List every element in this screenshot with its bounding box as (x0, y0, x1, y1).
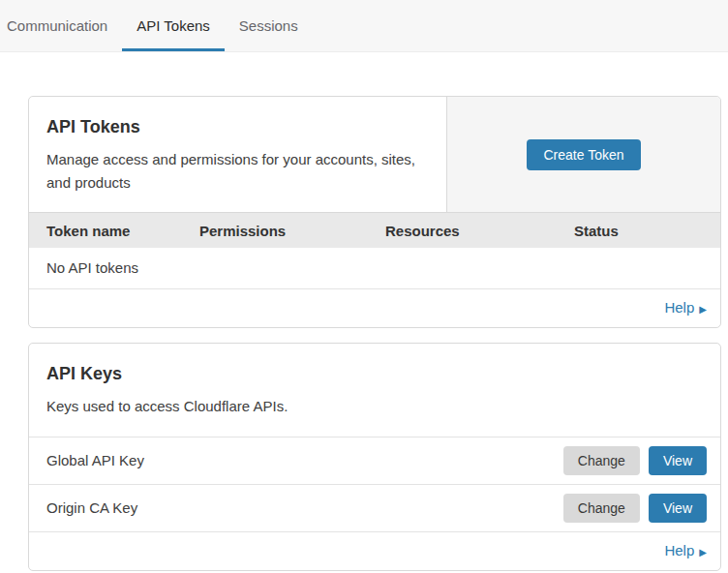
help-link-label: Help (664, 542, 694, 558)
help-link-label: Help (664, 299, 694, 316)
help-arrow-icon: ▶ (699, 547, 707, 558)
api-tokens-title: API Tokens (46, 117, 429, 137)
api-keys-title: API Keys (46, 364, 703, 384)
column-permissions: Permissions (199, 223, 385, 239)
column-status: Status (574, 223, 720, 239)
api-key-label-origin-ca: Origin CA Key (46, 499, 563, 516)
tokens-table-header: Token name Permissions Resources Status (29, 212, 720, 248)
tab-communication[interactable]: Communication (0, 0, 122, 51)
api-tokens-action-panel: Create Token (446, 97, 720, 212)
tab-sessions[interactable]: Sessions (225, 0, 313, 51)
view-global-api-key-button[interactable]: View (649, 446, 707, 475)
api-keys-help-link[interactable]: Help▶ (664, 542, 707, 558)
help-arrow-icon: ▶ (699, 304, 707, 315)
api-tokens-card-footer: Help▶ (29, 288, 720, 327)
tab-api-tokens[interactable]: API Tokens (122, 0, 225, 51)
column-token-name: Token name (29, 223, 199, 239)
api-tokens-card: API Tokens Manage access and permissions… (28, 96, 721, 328)
change-origin-ca-key-button[interactable]: Change (563, 494, 640, 523)
api-tokens-card-header-text: API Tokens Manage access and permissions… (29, 97, 446, 212)
tokens-empty-message: No API tokens (29, 248, 720, 288)
tab-bar: Communication API Tokens Sessions (0, 0, 728, 52)
api-keys-card-footer: Help▶ (29, 531, 720, 570)
api-key-label-global: Global API Key (46, 452, 563, 468)
api-key-row-global: Global API Key Change View (29, 437, 720, 484)
api-tokens-help-link[interactable]: Help▶ (664, 299, 707, 316)
api-tokens-description: Manage access and permissions for your a… (46, 148, 429, 194)
api-keys-card-header: API Keys Keys used to access Cloudflare … (29, 344, 720, 437)
api-keys-description: Keys used to access Cloudflare APIs. (46, 395, 703, 418)
column-resources: Resources (385, 223, 574, 239)
page-content: API Tokens Manage access and permissions… (0, 52, 728, 573)
api-keys-card: API Keys Keys used to access Cloudflare … (28, 343, 721, 571)
api-tokens-card-header: API Tokens Manage access and permissions… (29, 97, 720, 212)
view-origin-ca-key-button[interactable]: View (649, 494, 707, 523)
create-token-button[interactable]: Create Token (527, 139, 640, 170)
api-key-row-origin-ca: Origin CA Key Change View (29, 484, 720, 531)
change-global-api-key-button[interactable]: Change (563, 446, 640, 475)
